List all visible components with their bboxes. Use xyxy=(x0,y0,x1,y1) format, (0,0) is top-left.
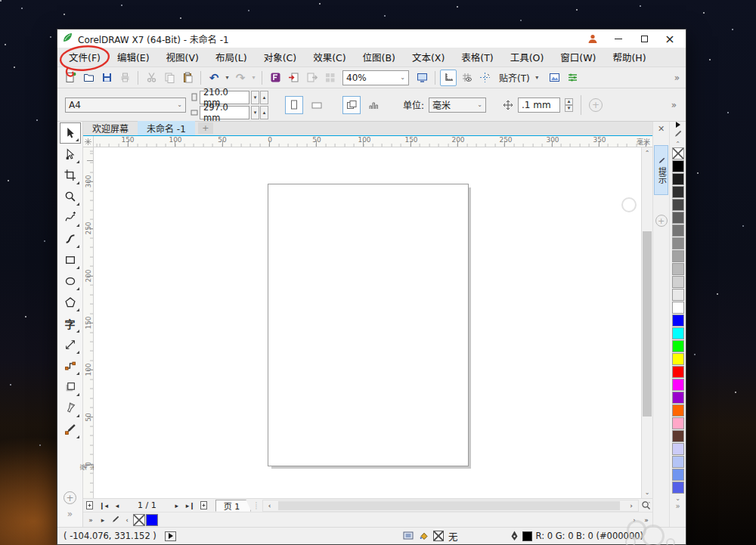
palette-scroll-down[interactable]: ⌄ xyxy=(675,494,680,502)
close-button[interactable]: × xyxy=(658,31,681,46)
palette-swatch[interactable] xyxy=(672,173,684,185)
search-content-button[interactable] xyxy=(267,70,284,86)
palette-swatch-none[interactable] xyxy=(672,147,684,159)
docpal-flyout-icon[interactable]: ▸ xyxy=(97,514,109,526)
title-bar[interactable]: CorelDRAW X7 (64-Bit) - 未命名 -1 × xyxy=(57,29,686,48)
v-ruler[interactable]: 毫米 300250200150100500 xyxy=(83,147,94,498)
landscape-button[interactable] xyxy=(308,96,326,114)
paste-button[interactable] xyxy=(179,70,196,86)
save-button[interactable] xyxy=(98,70,115,86)
show-guidelines-toggle[interactable] xyxy=(476,70,493,86)
scroll-up-arrow[interactable]: ⌃ xyxy=(642,147,652,159)
tool-zoom[interactable] xyxy=(60,186,81,207)
menu-item-9[interactable]: 表格(T) xyxy=(453,47,501,67)
menu-item-11[interactable]: 窗口(W) xyxy=(552,47,604,67)
add-control-button[interactable]: + xyxy=(589,98,603,112)
palette-swatch[interactable] xyxy=(672,340,684,352)
undo-dropdown-icon[interactable]: ▾ xyxy=(224,74,231,81)
palette-swatch[interactable] xyxy=(672,327,684,339)
import-button[interactable] xyxy=(285,70,302,86)
docpal-overflow-left[interactable]: » xyxy=(85,514,97,526)
menu-item-12[interactable]: 帮助(H) xyxy=(604,47,654,67)
palette-swatch[interactable] xyxy=(672,379,684,391)
customization-button[interactable] xyxy=(565,70,581,86)
page-height-down[interactable]: ▾ xyxy=(251,106,259,119)
nudge-up[interactable]: ▴ xyxy=(565,98,573,105)
tool-parallel-dimension[interactable] xyxy=(60,334,81,355)
snap-to-button[interactable]: 贴齐(T) ▾ xyxy=(494,70,545,86)
current-page-button[interactable] xyxy=(365,96,383,114)
palette-swatch[interactable] xyxy=(672,160,684,172)
page-height-up[interactable]: ▴ xyxy=(260,106,268,119)
redo-dropdown-icon[interactable]: ▾ xyxy=(250,74,257,81)
last-page-button[interactable]: ▸❙ xyxy=(184,500,197,512)
tool-text[interactable]: 字 xyxy=(60,313,81,334)
palette-swatch[interactable] xyxy=(672,392,684,404)
page-height-input[interactable]: 297.0 mm xyxy=(200,106,249,119)
portrait-button[interactable] xyxy=(285,96,303,114)
nudge-input[interactable]: .1 mm xyxy=(518,98,560,113)
tool-freehand[interactable] xyxy=(60,207,81,228)
open-button[interactable] xyxy=(80,70,97,86)
undo-button[interactable]: ↶ xyxy=(206,70,222,86)
palette-swatch[interactable] xyxy=(672,443,684,455)
horizontal-scroll-track[interactable] xyxy=(277,500,624,511)
palette-swatch[interactable] xyxy=(672,302,684,314)
splitter-grip[interactable]: ┊ xyxy=(254,502,259,509)
add-page-button-left[interactable] xyxy=(83,500,97,512)
palette-swatch[interactable] xyxy=(672,353,684,365)
tool-connector[interactable] xyxy=(60,355,81,376)
docpal-scroll-right[interactable]: › xyxy=(628,514,640,526)
scroll-down-arrow[interactable]: ⌄ xyxy=(642,487,652,498)
page-a4[interactable] xyxy=(268,184,469,466)
palette-eyedropper-icon[interactable] xyxy=(672,128,684,140)
palette-swatch[interactable] xyxy=(672,456,684,468)
docker-add-button[interactable]: + xyxy=(655,215,668,227)
tool-polygon[interactable] xyxy=(60,292,81,313)
h-ruler[interactable]: 毫米 15010050050100150200250300350 xyxy=(94,136,652,147)
options-button[interactable] xyxy=(547,70,563,86)
vertical-scrollbar[interactable]: ⌃ ⌄ xyxy=(641,147,652,498)
zoom-level-combo[interactable]: 40% ⌄ xyxy=(342,70,409,85)
vertical-scroll-thumb[interactable] xyxy=(643,231,652,416)
ruler-origin-button[interactable] xyxy=(83,136,94,147)
menu-item-3[interactable]: 视图(V) xyxy=(158,47,207,67)
scroll-left-arrow[interactable]: ‹ xyxy=(263,500,277,512)
full-screen-preview-button[interactable] xyxy=(414,70,430,86)
page-width-down[interactable]: ▾ xyxy=(251,91,259,104)
palette-overflow-button[interactable]: » xyxy=(675,502,680,510)
palette-swatch[interactable] xyxy=(672,482,684,494)
page-1-tab[interactable]: 页 1 xyxy=(215,500,252,512)
add-page-button-right[interactable] xyxy=(197,500,211,512)
show-rulers-toggle[interactable] xyxy=(440,70,457,86)
doc-swatch[interactable] xyxy=(146,514,158,526)
units-combo[interactable]: 毫米 ⌄ xyxy=(429,98,486,113)
tool-crop[interactable] xyxy=(60,165,81,186)
tool-ellipse[interactable] xyxy=(60,271,81,292)
navigator-button[interactable] xyxy=(639,500,652,512)
palette-swatch[interactable] xyxy=(672,263,684,275)
tool-color-eyedropper[interactable] xyxy=(60,419,81,440)
palette-swatch[interactable] xyxy=(672,289,684,301)
toolbox-overflow-button[interactable]: » xyxy=(67,509,73,519)
palette-swatch[interactable] xyxy=(672,237,684,249)
palette-swatch[interactable] xyxy=(672,212,684,224)
palette-swatch[interactable] xyxy=(672,314,684,327)
doc-swatch-none[interactable] xyxy=(133,514,145,526)
page-width-up[interactable]: ▴ xyxy=(260,91,268,104)
tab-untitled-document[interactable]: 未命名 -1 xyxy=(138,121,195,135)
palette-swatch[interactable] xyxy=(672,186,684,198)
export-button[interactable] xyxy=(303,70,320,86)
new-tab-button[interactable]: + xyxy=(198,122,213,134)
menu-item-4[interactable]: 布局(L) xyxy=(207,47,256,67)
nudge-down[interactable]: ▾ xyxy=(565,105,573,112)
page-size-combo[interactable]: A4 ⌄ xyxy=(65,98,186,113)
next-page-button[interactable]: ▸ xyxy=(170,500,184,512)
menu-item-10[interactable]: 工具(O) xyxy=(502,47,553,67)
toolbox-add-button[interactable]: + xyxy=(64,491,76,504)
palette-swatch[interactable] xyxy=(672,417,684,429)
tool-drop-shadow[interactable] xyxy=(60,376,81,398)
docpal-overflow-right[interactable]: » xyxy=(640,514,652,526)
account-icon[interactable] xyxy=(581,31,604,46)
drawing-canvas[interactable] xyxy=(94,147,641,498)
